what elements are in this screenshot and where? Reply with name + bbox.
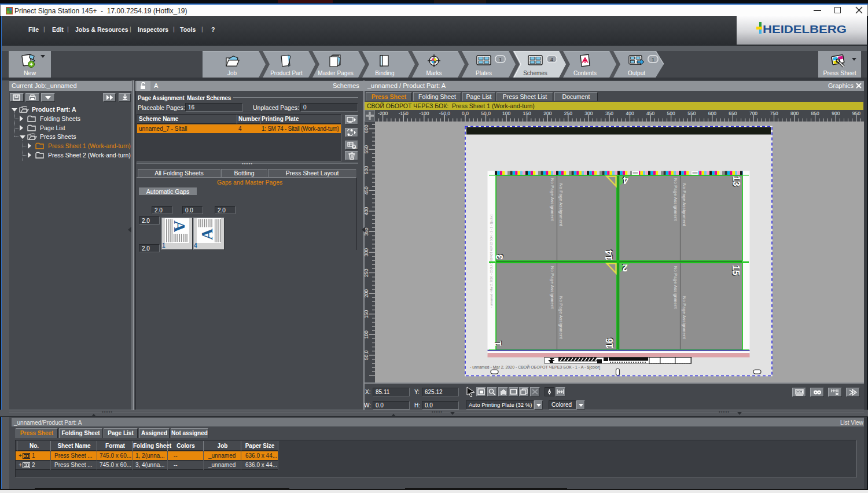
svg-text:4: 4 [550,57,553,62]
svg-text:No Page Assignment: No Page Assignment [550,266,555,309]
svg-text:650: 650 [729,111,737,116]
svg-text:-150: -150 [399,111,409,116]
svg-text:3: 3 [495,254,505,259]
svg-text:A: A [171,220,189,233]
svg-text:50,0: 50,0 [481,111,491,116]
svg-text:No Page Assignment: No Page Assignment [558,183,564,226]
svg-text:rss: rss [352,146,356,149]
svg-text:Schemes: Schemes [523,70,547,76]
svg-text:350: 350 [605,111,613,116]
svg-text:300: 300 [365,248,369,256]
svg-text:1: 1 [493,341,503,346]
svg-text:150: 150 [523,111,531,116]
svg-text:900: 900 [832,111,840,116]
svg-text:400: 400 [365,207,369,215]
svg-text:No Page Assignment: No Page Assignment [682,296,687,339]
svg-text:15: 15 [731,265,741,275]
svg-text:Product Part: Product Part [270,70,303,76]
svg-text:400: 400 [626,111,634,116]
svg-text:100: 100 [502,111,510,116]
svg-text:1: 1 [499,57,502,62]
svg-text:600: 600 [708,111,716,116]
svg-text:200: 200 [365,289,369,297]
svg-text:50,0: 50,0 [365,350,369,360]
svg-text:550: 550 [365,145,369,153]
svg-text:-50,0: -50,0 [439,111,451,116]
svg-text:Output: Output [628,70,645,76]
svg-text:No Page Assignment: No Page Assignment [550,178,555,221]
svg-text:450: 450 [646,111,654,116]
svg-text:2: 2 [622,263,627,273]
svg-text:800: 800 [790,111,799,116]
svg-text:250: 250 [564,111,572,116]
svg-text:No Page Assignment: No Page Assignment [682,183,687,226]
svg-text:500: 500 [365,165,369,174]
svg-text:750: 750 [770,111,778,116]
svg-text:450: 450 [365,186,369,194]
svg-text:150: 150 [365,310,369,318]
svg-text:No Page Assignment: No Page Assignment [673,266,678,309]
svg-text:-100: -100 [419,111,429,116]
svg-text:Contents: Contents [573,70,597,76]
svg-text:100: 100 [365,330,369,339]
svg-text:No Page Assignment: No Page Assignment [558,296,564,339]
svg-text:Job: Job [227,70,237,76]
svg-text:Binding: Binding [375,70,394,76]
svg-text:-200: -200 [378,111,388,116]
svg-text:300: 300 [584,111,593,116]
svg-text:250: 250 [365,268,369,277]
svg-text:- unnamed - Mar 2, 2020 - СВОЙ: - unnamed - Mar 2, 2020 - СВОЙ ОБОРОТ ЧЕ… [470,365,600,370]
svg-text:350: 350 [365,227,369,236]
svg-text:700: 700 [749,111,757,116]
svg-text:Marks: Marks [426,70,442,76]
svg-text:4: 4 [623,175,628,185]
svg-text:16: 16 [605,338,615,348]
svg-text:550: 550 [687,111,696,116]
svg-text:A: A [198,228,216,240]
svg-text:850: 850 [811,111,819,116]
svg-text:No Page Assignment: No Page Assignment [673,178,678,221]
svg-text:600: 600 [365,124,369,133]
svg-text:14: 14 [604,250,614,260]
svg-text:13: 13 [731,176,741,186]
svg-text:0,0: 0,0 [462,111,469,116]
svg-text:950: 950 [852,111,860,116]
svg-text:HEIDELBERG: HEIDELBERG [763,24,847,35]
svg-text:Plates: Plates [476,70,492,76]
svg-text:1: 1 [652,57,654,62]
svg-text:Master Pages: Master Pages [318,70,354,76]
svg-text:200: 200 [543,111,551,116]
svg-text:500: 500 [667,111,675,116]
